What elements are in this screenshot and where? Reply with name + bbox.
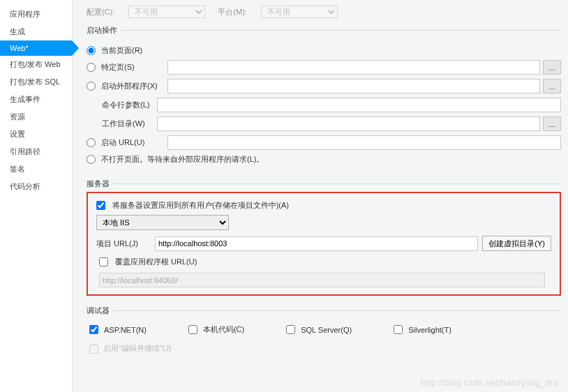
- sidebar-item-resources[interactable]: 资源: [0, 108, 72, 126]
- sidebar-item-build-events[interactable]: 生成事件: [0, 91, 72, 108]
- working-dir-label: 工作目录(W): [102, 119, 145, 128]
- server-legend: 服务器: [87, 179, 114, 189]
- start-action-legend: 启动操作: [87, 25, 121, 36]
- radio-specific-page[interactable]: [87, 63, 96, 72]
- apply-all-checkbox[interactable]: [96, 201, 105, 210]
- sidebar-item-build[interactable]: 生成: [0, 23, 72, 40]
- cmdline-args-input[interactable]: [157, 98, 561, 112]
- start-url-input[interactable]: [167, 135, 561, 150]
- radio-start-url-label: 启动 URL(U): [101, 137, 144, 148]
- working-dir-browse-button[interactable]: ...: [543, 116, 561, 131]
- sidebar-item-code-analysis[interactable]: 代码分析: [0, 178, 72, 195]
- sidebar-item-application[interactable]: 应用程序: [0, 6, 72, 23]
- sidebar-item-settings[interactable]: 设置: [0, 126, 72, 143]
- native-label: 本机代码(C): [203, 324, 244, 335]
- sqlserver-checkbox[interactable]: [286, 325, 295, 334]
- radio-external-program[interactable]: [87, 82, 96, 91]
- specific-page-input[interactable]: [167, 60, 540, 75]
- external-program-input[interactable]: [167, 79, 540, 93]
- radio-dont-open[interactable]: [87, 155, 96, 164]
- sqlserver-label: SQL Server(Q): [301, 326, 352, 334]
- server-highlight-box: 将服务器设置应用到所有用户(存储在项目文件中)(A) 本地 IIS 项目 URL…: [87, 192, 561, 296]
- create-vdir-button[interactable]: 创建虚拟目录(Y): [482, 236, 551, 251]
- radio-start-url[interactable]: [87, 138, 96, 147]
- aspnet-checkbox[interactable]: [89, 325, 98, 334]
- server-type-select[interactable]: 本地 IIS: [96, 215, 229, 230]
- sidebar-item-package-web[interactable]: 打包/发布 Web: [0, 56, 72, 73]
- radio-dont-open-label: 不打开页面。等待来自外部应用程序的请求(L)。: [101, 154, 264, 165]
- radio-specific-page-label: 特定页(S): [101, 62, 135, 73]
- project-url-label: 项目 URL(J): [96, 239, 151, 249]
- debugger-group: 调试器 ASP.NET(N) 本机代码(C) SQL Server(Q) Sil…: [87, 306, 561, 354]
- external-program-browse-button[interactable]: ...: [543, 79, 561, 93]
- edit-continue-checkbox: [89, 345, 98, 354]
- config-select: 不可用: [128, 6, 205, 18]
- radio-external-program-label: 启动外部程序(X): [101, 81, 158, 91]
- edit-continue-label: 启用"编辑并继续"(J): [103, 344, 172, 352]
- sidebar-item-reference-paths[interactable]: 引用路径: [0, 143, 72, 160]
- start-action-group: 启动操作 当前页面(R) 特定页(S) ...: [87, 25, 561, 169]
- platform-select: 不可用: [261, 6, 338, 18]
- silverlight-label: Silverlight(T): [408, 326, 451, 334]
- native-checkbox[interactable]: [188, 325, 197, 334]
- override-root-checkbox[interactable]: [99, 257, 108, 266]
- radio-current-page[interactable]: [87, 46, 96, 55]
- radio-current-page-label: 当前页面(R): [101, 45, 142, 56]
- server-group: 服务器 将服务器设置应用到所有用户(存储在项目文件中)(A) 本地 IIS 项目…: [87, 179, 561, 296]
- override-root-label: 覆盖应用程序根 URL(U): [115, 257, 197, 267]
- sidebar-item-package-sql[interactable]: 打包/发布 SQL: [0, 73, 72, 91]
- silverlight-checkbox[interactable]: [394, 325, 403, 334]
- sidebar: 应用程序 生成 Web* 打包/发布 Web 打包/发布 SQL 生成事件 资源…: [0, 0, 73, 392]
- main-panel: 配置(C): 不可用 平台(M): 不可用 启动操作 当前页面(R) 特定页(S…: [73, 0, 568, 392]
- specific-page-browse-button[interactable]: ...: [543, 60, 561, 75]
- config-label: 配置(C):: [87, 7, 114, 17]
- cmdline-args-label: 命令行参数(L): [102, 100, 149, 109]
- override-root-input: [99, 273, 545, 287]
- sidebar-item-web[interactable]: Web*: [0, 40, 72, 56]
- project-url-input[interactable]: [155, 236, 478, 251]
- apply-all-label: 将服务器设置应用到所有用户(存储在项目文件中)(A): [112, 200, 289, 211]
- sidebar-item-signing[interactable]: 签名: [0, 160, 72, 178]
- platform-label: 平台(M):: [218, 7, 247, 17]
- aspnet-label: ASP.NET(N): [104, 326, 147, 334]
- working-dir-input[interactable]: [157, 116, 540, 131]
- debugger-legend: 调试器: [87, 306, 114, 316]
